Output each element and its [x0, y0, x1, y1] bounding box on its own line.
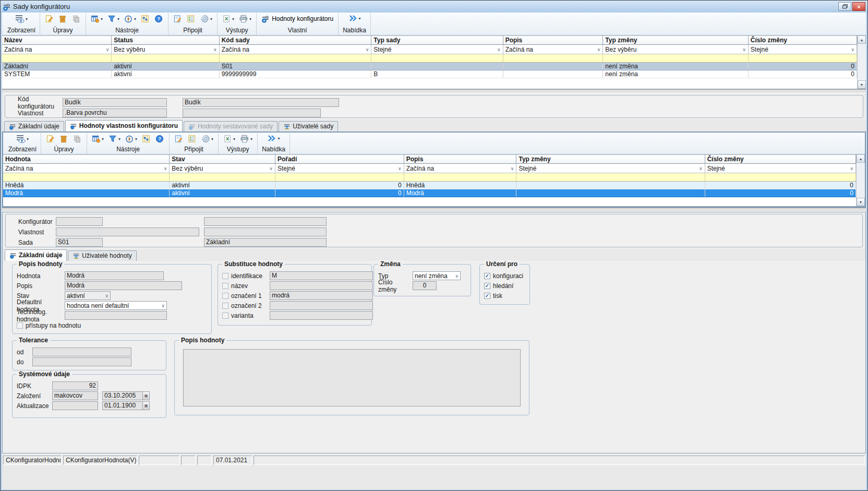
- help-button[interactable]: ?: [155, 134, 165, 143]
- filter-input[interactable]: [371, 54, 503, 63]
- delete-button[interactable]: [59, 134, 69, 143]
- variant-checkbox[interactable]: [222, 313, 228, 319]
- column-header[interactable]: Pořadí: [275, 155, 404, 164]
- print-checkbox[interactable]: [484, 293, 490, 299]
- filter-dropdown[interactable]: Stejné∨: [516, 164, 704, 173]
- copy-button[interactable]: [73, 134, 82, 143]
- scroll-down-icon[interactable]: ▼: [858, 80, 866, 89]
- filter-input[interactable]: [219, 54, 371, 63]
- filter-dropdown[interactable]: Bez výběru∨: [170, 164, 275, 173]
- menu-button[interactable]: ▾: [267, 134, 280, 142]
- default-value-dropdown[interactable]: hodnota není defaultní∨: [65, 301, 167, 310]
- filter-input[interactable]: [170, 173, 275, 182]
- filter-input[interactable]: [705, 173, 855, 182]
- vertical-scrollbar[interactable]: ▲ ▼: [856, 154, 865, 206]
- state-dropdown[interactable]: aktivní∨: [65, 291, 111, 300]
- filter-input[interactable]: [112, 54, 219, 63]
- filter-input[interactable]: [516, 173, 705, 182]
- filter-input[interactable]: [603, 54, 749, 63]
- search-checkbox[interactable]: [484, 283, 490, 289]
- configurator-values-button[interactable]: Hodnoty konfigurátoru: [261, 14, 334, 23]
- excel-export-button[interactable]: X▾: [223, 134, 236, 143]
- calendar-button[interactable]: ▦: [143, 401, 150, 410]
- splitter[interactable]: [2, 208, 866, 212]
- restore-button[interactable]: [838, 2, 851, 11]
- filter-dropdown[interactable]: Stejné∨: [749, 45, 857, 54]
- designation1-checkbox[interactable]: [222, 293, 228, 299]
- column-header[interactable]: Název: [2, 36, 112, 45]
- filter-dropdown[interactable]: Začíná na∨: [503, 45, 603, 54]
- navigate-button[interactable]: ▾: [124, 14, 137, 23]
- filter-input[interactable]: [275, 173, 404, 182]
- attach-note-button[interactable]: [174, 134, 184, 143]
- table-row[interactable]: SYSTEMaktivní 9999999999B není změna 0: [2, 70, 857, 78]
- column-header[interactable]: Hodnota: [3, 155, 170, 164]
- column-header[interactable]: Typ sady: [371, 36, 503, 45]
- settings-button[interactable]: [141, 134, 151, 143]
- scroll-up-icon[interactable]: ▲: [858, 35, 866, 44]
- filter-dropdown[interactable]: Začíná na∨: [404, 164, 516, 173]
- print-button[interactable]: ▾: [239, 134, 253, 143]
- edit-button[interactable]: [45, 134, 55, 143]
- filter-dropdown[interactable]: Začíná na∨: [2, 45, 111, 54]
- configuration-checkbox[interactable]: [484, 273, 490, 279]
- filter-input[interactable]: [404, 173, 516, 182]
- view-button[interactable]: ▾: [15, 14, 28, 23]
- column-header[interactable]: Typ změny: [516, 155, 705, 164]
- column-header[interactable]: Číslo změny: [705, 155, 855, 164]
- filter-button[interactable]: ▾: [108, 134, 121, 143]
- tools-button[interactable]: ▾: [90, 14, 103, 23]
- navigate-button[interactable]: ▾: [125, 134, 138, 143]
- column-header[interactable]: Stav: [170, 155, 275, 164]
- menu-button[interactable]: ▾: [348, 14, 361, 22]
- filter-input[interactable]: [2, 54, 112, 63]
- vertical-scrollbar[interactable]: ▲ ▼: [857, 35, 866, 89]
- filter-dropdown[interactable]: Bez výběru∨: [112, 45, 219, 54]
- name-checkbox[interactable]: [222, 283, 228, 289]
- attach-note-button[interactable]: [173, 14, 183, 23]
- checklist-button[interactable]: [186, 14, 196, 23]
- filter-dropdown[interactable]: Stejné∨: [371, 45, 502, 54]
- filter-dropdown[interactable]: Stejné∨: [705, 164, 855, 173]
- filter-button[interactable]: ▾: [107, 14, 120, 23]
- designation2-checkbox[interactable]: [222, 303, 228, 309]
- media-button[interactable]: ▾: [200, 14, 213, 23]
- copy-button[interactable]: [71, 14, 81, 23]
- column-header[interactable]: Status: [112, 36, 219, 45]
- tab-uzivatele-sady[interactable]: Uživatelé sady: [279, 121, 338, 131]
- column-header[interactable]: Číslo změny: [748, 36, 857, 45]
- edit-button[interactable]: [44, 14, 54, 23]
- media-button[interactable]: ▾: [201, 134, 214, 143]
- tab-hodnoty-vlastnosti[interactable]: Hodnoty vlastnosti konfigurátoru: [65, 120, 183, 131]
- scroll-down-icon[interactable]: ▼: [857, 198, 865, 206]
- table-row-selected[interactable]: Modráaktivní 0Modrá 0: [3, 189, 856, 197]
- filter-dropdown[interactable]: Začíná na∨: [220, 45, 371, 54]
- filter-input[interactable]: [503, 54, 603, 63]
- table-row[interactable]: Základníaktivní S01 není změna 0: [2, 63, 857, 70]
- column-header[interactable]: Kód sady: [219, 36, 371, 45]
- table-row[interactable]: Hnědáaktivní 0Hnědá 0: [3, 182, 856, 189]
- value-access-checkbox[interactable]: [17, 322, 23, 329]
- calendar-button[interactable]: ▦: [143, 391, 150, 400]
- filter-dropdown[interactable]: Bez výběru∨: [603, 45, 748, 54]
- column-header[interactable]: Typ změny: [603, 36, 749, 45]
- checklist-button[interactable]: [187, 134, 197, 143]
- excel-export-button[interactable]: X▾: [222, 14, 235, 23]
- tab-zakladni-udaje[interactable]: Základní údaje: [4, 121, 64, 131]
- filter-input[interactable]: [748, 54, 857, 63]
- splitter[interactable]: [2, 89, 866, 93]
- column-header[interactable]: Popis: [503, 36, 603, 45]
- settings-button[interactable]: [140, 14, 150, 23]
- tab-zakladni-udaje-detail[interactable]: Základní údaje: [5, 249, 67, 261]
- close-button[interactable]: ×: [852, 2, 865, 11]
- delete-button[interactable]: [58, 14, 68, 23]
- scroll-up-icon[interactable]: ▲: [857, 154, 865, 163]
- value-description-textarea[interactable]: [183, 349, 521, 406]
- filter-dropdown[interactable]: Začíná na∨: [3, 164, 169, 173]
- filter-input[interactable]: [3, 173, 170, 182]
- view-button[interactable]: ▾: [16, 134, 29, 143]
- tab-uzivatele-hodnoty[interactable]: Uživatelé hodnoty: [68, 250, 136, 261]
- column-header[interactable]: Popis: [404, 155, 516, 164]
- filter-dropdown[interactable]: Stejné∨: [275, 164, 404, 173]
- change-type-dropdown[interactable]: není změna∨: [413, 271, 461, 280]
